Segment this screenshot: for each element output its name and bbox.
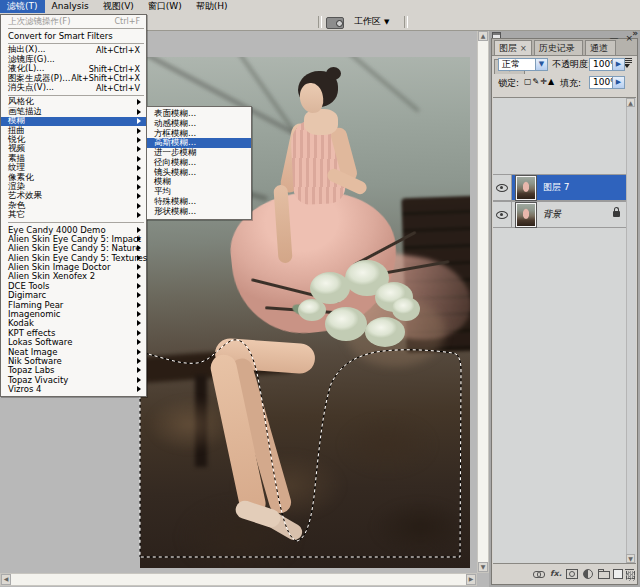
- menu-item[interactable]: KPT effects: [1, 328, 146, 337]
- submenu-arrow-icon: [137, 203, 144, 209]
- layer-visibility-toggle[interactable]: [493, 175, 512, 200]
- submenu-arrow-icon: [137, 255, 144, 261]
- menu-item[interactable]: Alien Skin Eye Candy 5: Impact: [1, 234, 146, 243]
- menu-item[interactable]: Convert for Smart Filters: [1, 31, 146, 40]
- layers-list: 图层 7 背景 ▲ ▼: [493, 97, 636, 563]
- fill-input[interactable]: 100% ▶: [589, 76, 625, 89]
- layer-controls: 正常 ▼ 不透明度: 100% ▶ 锁定: ▢✎✛▲ 填充: 100% ▶: [492, 55, 637, 95]
- blend-mode-select[interactable]: 正常 ▼: [498, 58, 548, 71]
- submenu-arrow-icon: [137, 128, 144, 134]
- submenu-arrow-icon: [137, 330, 144, 336]
- lock-icon: [613, 211, 620, 217]
- menu-item[interactable]: Flaming Pear: [1, 300, 146, 309]
- menu-item[interactable]: Nik Software: [1, 356, 146, 365]
- vertical-scrollbar[interactable]: ▲ ▼: [477, 30, 489, 573]
- link-layers-icon[interactable]: [533, 569, 545, 579]
- panel-tab[interactable]: 历史记录: [534, 40, 583, 55]
- photoshop-window: ▲ ▼ ◀ ▶ » 图层× 历史记录 通道 动作 — × 正常 ▼ 不透明度:: [0, 0, 640, 587]
- menubar-item[interactable]: Analysis: [45, 0, 96, 13]
- menu-item[interactable]: 消失点(V)... Alt+Ctrl+V: [1, 83, 146, 92]
- opacity-input[interactable]: 100% ▶: [589, 58, 625, 71]
- tab-close-icon[interactable]: ×: [520, 44, 527, 53]
- menu-item[interactable]: Neat Image: [1, 347, 146, 356]
- submenu-arrow-icon: [137, 339, 144, 345]
- scroll-up-arrow-icon[interactable]: ▲: [626, 98, 635, 107]
- layer-style-fx-icon[interactable]: fx.: [550, 569, 562, 579]
- submenu-arrow-icon: [137, 273, 144, 279]
- submenu-arrow-icon: [137, 227, 144, 233]
- lock-label: 锁定:: [498, 77, 519, 90]
- panel-dock: » 图层× 历史记录 通道 动作 — × 正常 ▼ 不透明度: 100% ▶ 锁…: [489, 30, 640, 587]
- slider-arrow-icon[interactable]: ▶: [612, 59, 624, 70]
- menubar-item[interactable]: 窗口(W): [141, 0, 189, 13]
- scroll-down-arrow-icon[interactable]: ▼: [478, 562, 488, 572]
- submenu-arrow-icon: [137, 193, 144, 199]
- submenu-arrow-icon: [137, 264, 144, 270]
- submenu-arrow-icon: [137, 367, 144, 373]
- menu-item[interactable]: Topaz Labs: [1, 366, 146, 375]
- submenu-arrow-icon: [137, 212, 144, 218]
- menu-item[interactable]: 其它: [1, 210, 146, 219]
- menu-item[interactable]: Alien Skin Eye Candy 5: Textures: [1, 253, 146, 262]
- fill-label: 填充:: [560, 77, 581, 90]
- submenu-arrow-icon: [137, 349, 144, 355]
- slider-arrow-icon[interactable]: ▶: [612, 77, 624, 88]
- blur-submenu: 表面模糊... 动感模糊... 方框模糊... 高斯模糊... 进一步模糊 径向…: [146, 106, 252, 220]
- submenu-arrow-icon: [137, 156, 144, 162]
- submenu-arrow-icon: [137, 118, 144, 124]
- submenu-arrow-icon: [137, 386, 144, 392]
- layer-thumbnail[interactable]: [516, 203, 536, 227]
- chevron-down-icon[interactable]: ▼: [535, 59, 547, 70]
- menu-item[interactable]: Alien Skin Image Doctor: [1, 262, 146, 271]
- menu-bar: 滤镜(T)Analysis视图(V)窗口(W)帮助(H): [0, 0, 640, 14]
- menu-item[interactable]: 上次滤镜操作(F) Ctrl+F: [1, 17, 146, 26]
- layers-scrollbar[interactable]: ▲ ▼: [626, 98, 636, 563]
- layer-row[interactable]: 背景: [493, 201, 627, 228]
- submenu-arrow-icon: [137, 175, 144, 181]
- menu-item[interactable]: Vizros 4: [1, 384, 146, 393]
- submenu-arrow-icon: [137, 146, 144, 152]
- menu-item[interactable]: DCE Tools: [1, 281, 146, 290]
- submenu-arrow-icon: [137, 302, 144, 308]
- panel-window-buttons[interactable]: — ×: [610, 33, 635, 43]
- menu-item[interactable]: Alien Skin Eye Candy 5: Nature: [1, 244, 146, 253]
- menubar-item[interactable]: 滤镜(T): [0, 0, 45, 13]
- workspace-button[interactable]: 工作区 ▼: [350, 15, 393, 28]
- scroll-up-arrow-icon[interactable]: ▲: [478, 31, 488, 41]
- layer-thumbnail[interactable]: [516, 176, 536, 200]
- submenu-arrow-icon: [137, 311, 144, 317]
- layers-panel: 图层× 历史记录 通道 动作 — × 正常 ▼ 不透明度: 100% ▶ 锁定:…: [491, 38, 638, 585]
- new-group-icon[interactable]: [598, 569, 610, 579]
- eye-icon: [496, 211, 508, 219]
- layer-visibility-toggle[interactable]: [493, 202, 512, 227]
- menu-item[interactable]: Lokas Software: [1, 338, 146, 347]
- menu-item[interactable]: Eye Candy 4000 Demo: [1, 225, 146, 234]
- adjustment-layer-icon[interactable]: [582, 569, 594, 579]
- menubar-item[interactable]: 视图(V): [96, 0, 141, 13]
- submenu-arrow-icon: [137, 320, 144, 326]
- submenu-arrow-icon: [137, 358, 144, 364]
- submenu-arrow-icon: [137, 184, 144, 190]
- bridge-icon[interactable]: [326, 17, 344, 29]
- menu-item[interactable]: Imagenomic: [1, 309, 146, 318]
- panel-tab[interactable]: 图层×: [494, 40, 532, 55]
- menu-item[interactable]: Digimarc: [1, 291, 146, 300]
- menu-item[interactable]: Topaz Vivacity: [1, 375, 146, 384]
- filter-menu: 上次滤镜操作(F) Ctrl+F Convert for Smart Filte…: [0, 14, 147, 397]
- scroll-down-arrow-icon[interactable]: ▼: [626, 554, 635, 563]
- submenu-arrow-icon: [137, 377, 144, 383]
- add-layer-mask-icon[interactable]: [566, 569, 578, 579]
- layers-footer: fx.: [493, 563, 636, 583]
- menubar-item[interactable]: 帮助(H): [189, 0, 235, 13]
- opacity-label: 不透明度:: [552, 58, 591, 71]
- eye-icon: [496, 184, 508, 192]
- menu-item[interactable]: Kodak: [1, 319, 146, 328]
- menu-item[interactable]: 形状模糊...: [147, 207, 251, 217]
- submenu-arrow-icon: [137, 292, 144, 298]
- submenu-arrow-icon: [137, 245, 144, 251]
- menu-item[interactable]: Alien Skin Xenofex 2: [1, 272, 146, 281]
- new-layer-icon[interactable]: [612, 569, 624, 579]
- layer-row[interactable]: 图层 7: [493, 174, 627, 201]
- resize-grip[interactable]: [626, 572, 635, 581]
- lock-option-icons[interactable]: ▢✎✛▲: [524, 75, 555, 88]
